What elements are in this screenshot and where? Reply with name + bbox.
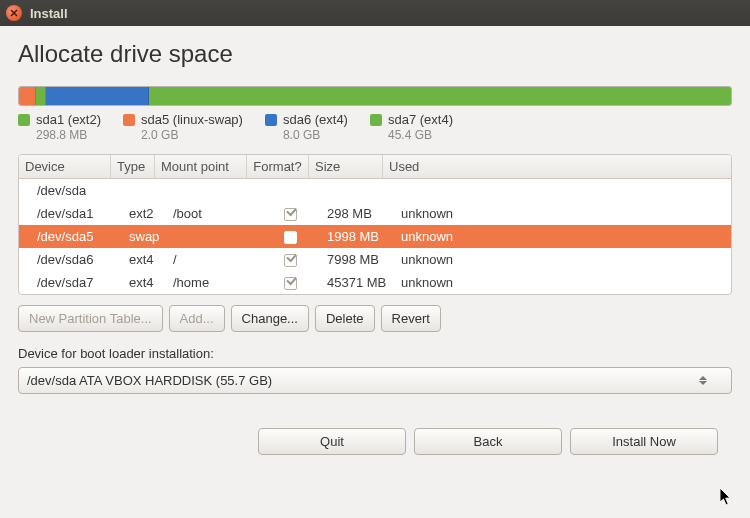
partition-segment[interactable] bbox=[19, 87, 36, 105]
format-checkbox[interactable] bbox=[284, 231, 297, 244]
partition-legend: sda1 (ext2)298.8 MBsda5 (linux-swap)2.0 … bbox=[18, 112, 732, 142]
legend-item: sda5 (linux-swap)2.0 GB bbox=[123, 112, 243, 142]
close-button[interactable] bbox=[6, 5, 22, 21]
legend-label: sda5 (linux-swap) bbox=[141, 112, 243, 128]
cell-format bbox=[259, 227, 321, 246]
cell-size: 298 MB bbox=[321, 204, 395, 223]
legend-size: 45.4 GB bbox=[388, 128, 453, 142]
cell-type bbox=[123, 188, 167, 192]
table-row[interactable]: /dev/sda1ext2/boot298 MBunknown bbox=[19, 202, 731, 225]
back-button[interactable]: Back bbox=[414, 428, 562, 455]
partition-bar bbox=[18, 86, 732, 106]
cell-used bbox=[395, 188, 731, 192]
partition-segment[interactable] bbox=[46, 87, 149, 105]
page-title: Allocate drive space bbox=[18, 40, 732, 68]
swatch-icon bbox=[265, 114, 277, 126]
delete-button[interactable]: Delete bbox=[315, 305, 375, 332]
legend-label: sda6 (ext4) bbox=[283, 112, 348, 128]
partition-table: Device Type Mount point Format? Size Use… bbox=[18, 154, 732, 295]
cell-mount bbox=[167, 234, 259, 238]
cell-mount: /home bbox=[167, 273, 259, 292]
revert-button[interactable]: Revert bbox=[381, 305, 441, 332]
titlebar: Install bbox=[0, 0, 750, 26]
legend-label: sda1 (ext2) bbox=[36, 112, 101, 128]
boot-loader-label: Device for boot loader installation: bbox=[18, 346, 732, 361]
cell-used: unknown bbox=[395, 250, 731, 269]
legend-size: 2.0 GB bbox=[141, 128, 243, 142]
cursor-icon bbox=[720, 488, 736, 508]
cell-device: /dev/sda5 bbox=[31, 227, 123, 246]
boot-loader-value: /dev/sda ATA VBOX HARDDISK (55.7 GB) bbox=[27, 373, 272, 388]
install-now-button[interactable]: Install Now bbox=[570, 428, 718, 455]
cell-size: 1998 MB bbox=[321, 227, 395, 246]
col-mount[interactable]: Mount point bbox=[155, 155, 247, 178]
format-checkbox[interactable] bbox=[284, 254, 297, 267]
cell-type: swap bbox=[123, 227, 167, 246]
format-checkbox[interactable] bbox=[284, 208, 297, 221]
format-checkbox[interactable] bbox=[284, 277, 297, 290]
cell-type: ext2 bbox=[123, 204, 167, 223]
cell-type: ext4 bbox=[123, 250, 167, 269]
cell-format bbox=[259, 188, 321, 192]
cell-format bbox=[259, 204, 321, 223]
cell-device: /dev/sda7 bbox=[31, 273, 123, 292]
cell-format bbox=[259, 250, 321, 269]
footer-buttons: Quit Back Install Now bbox=[18, 428, 732, 455]
cell-device: /dev/sda1 bbox=[31, 204, 123, 223]
spin-icon bbox=[699, 376, 707, 385]
swatch-icon bbox=[123, 114, 135, 126]
cell-device: /dev/sda bbox=[31, 181, 123, 200]
cell-used: unknown bbox=[395, 273, 731, 292]
table-row[interactable]: /dev/sda bbox=[19, 179, 731, 202]
change-button[interactable]: Change... bbox=[231, 305, 309, 332]
table-header: Device Type Mount point Format? Size Use… bbox=[19, 155, 731, 179]
legend-item: sda1 (ext2)298.8 MB bbox=[18, 112, 101, 142]
new-partition-table-button[interactable]: New Partition Table... bbox=[18, 305, 163, 332]
add-button[interactable]: Add... bbox=[169, 305, 225, 332]
cell-used: unknown bbox=[395, 204, 731, 223]
swatch-icon bbox=[370, 114, 382, 126]
partition-buttons: New Partition Table... Add... Change... … bbox=[18, 305, 732, 332]
col-format[interactable]: Format? bbox=[247, 155, 309, 178]
cell-mount: /boot bbox=[167, 204, 259, 223]
window-title: Install bbox=[30, 6, 68, 21]
close-icon bbox=[10, 9, 18, 17]
table-row[interactable]: /dev/sda5swap1998 MBunknown bbox=[19, 225, 731, 248]
col-used[interactable]: Used bbox=[383, 155, 731, 178]
legend-label: sda7 (ext4) bbox=[388, 112, 453, 128]
cell-size: 7998 MB bbox=[321, 250, 395, 269]
partition-segment[interactable] bbox=[149, 87, 731, 105]
table-row[interactable]: /dev/sda6ext4/7998 MBunknown bbox=[19, 248, 731, 271]
legend-item: sda7 (ext4)45.4 GB bbox=[370, 112, 453, 142]
legend-item: sda6 (ext4)8.0 GB bbox=[265, 112, 348, 142]
col-type[interactable]: Type bbox=[111, 155, 155, 178]
cell-mount bbox=[167, 188, 259, 192]
cell-type: ext4 bbox=[123, 273, 167, 292]
partition-segment[interactable] bbox=[36, 87, 46, 105]
cell-device: /dev/sda6 bbox=[31, 250, 123, 269]
cell-mount: / bbox=[167, 250, 259, 269]
boot-loader-select[interactable]: /dev/sda ATA VBOX HARDDISK (55.7 GB) bbox=[18, 367, 732, 394]
cell-format bbox=[259, 273, 321, 292]
cell-used: unknown bbox=[395, 227, 731, 246]
col-size[interactable]: Size bbox=[309, 155, 383, 178]
legend-size: 8.0 GB bbox=[283, 128, 348, 142]
legend-size: 298.8 MB bbox=[36, 128, 101, 142]
quit-button[interactable]: Quit bbox=[258, 428, 406, 455]
col-device[interactable]: Device bbox=[19, 155, 111, 178]
cell-size bbox=[321, 188, 395, 192]
cell-size: 45371 MB bbox=[321, 273, 395, 292]
table-row[interactable]: /dev/sda7ext4/home45371 MBunknown bbox=[19, 271, 731, 294]
swatch-icon bbox=[18, 114, 30, 126]
